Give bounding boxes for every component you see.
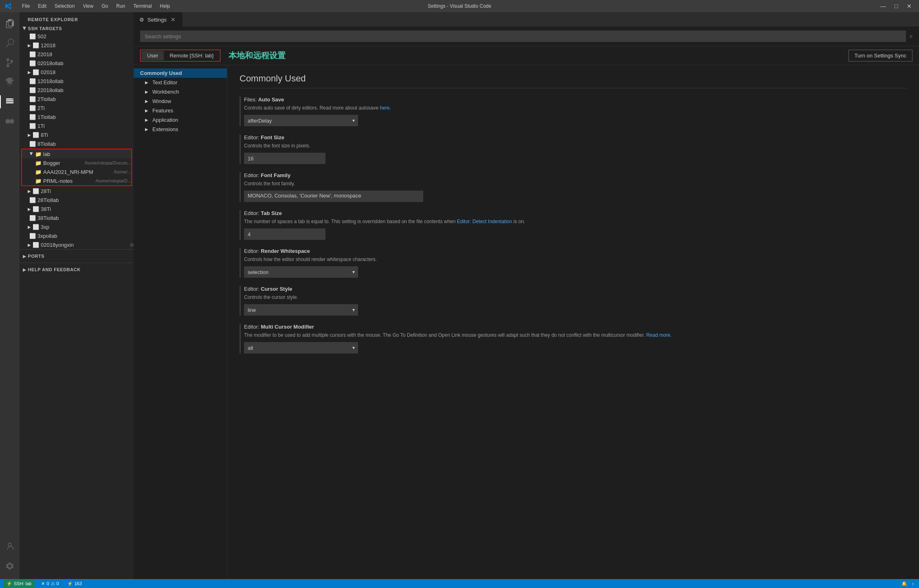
nav-features[interactable]: ▶ Features bbox=[134, 106, 227, 115]
nav-text-editor[interactable]: ▶ Text Editor bbox=[134, 78, 227, 87]
read-more-link[interactable]: Read more. bbox=[646, 332, 672, 338]
menu-help[interactable]: Help bbox=[157, 2, 174, 10]
tree-item-02018[interactable]: ▶ ⬜ 02018 bbox=[20, 68, 134, 77]
search-icon: ≡ bbox=[909, 33, 912, 39]
status-remote-port[interactable]: ⚡ 163 bbox=[66, 579, 84, 588]
tree-item-02018yongxin[interactable]: ▶ ⬜ 02018yongxin ⊞ bbox=[20, 240, 134, 249]
menu-view[interactable]: View bbox=[79, 2, 97, 10]
server-icon: ⬜ bbox=[29, 96, 36, 102]
tree-item-22018[interactable]: ⬜ 22018 bbox=[20, 50, 134, 59]
tree-item-1Ti[interactable]: ⬜ 1Ti bbox=[20, 121, 134, 130]
tree-item-1Tiollab[interactable]: ⬜ 1Tiollab bbox=[20, 112, 134, 121]
settings-tab-close[interactable]: ✕ bbox=[170, 16, 176, 23]
ssh-targets-header[interactable]: ▶ SSH TARGETS bbox=[20, 25, 134, 32]
nav-extensions[interactable]: ▶ Extensions bbox=[134, 125, 227, 134]
nav-application[interactable]: ▶ Application bbox=[134, 115, 227, 125]
folder-icon: 📁 bbox=[35, 178, 42, 184]
setting-desc-cursorstyle: Controls the cursor style. bbox=[244, 294, 907, 301]
expand-arrow-icon: ▶ bbox=[23, 268, 26, 272]
nav-arrow-icon: ▶ bbox=[145, 99, 150, 103]
menu-go[interactable]: Go bbox=[98, 2, 111, 10]
cursorstyle-select[interactable]: line block underline line-thin block-out… bbox=[244, 304, 358, 316]
menu-selection[interactable]: Selection bbox=[51, 2, 78, 10]
tree-item-2Tiollab[interactable]: ⬜ 2Tiollab bbox=[20, 94, 134, 103]
tree-item-8Ti[interactable]: ▶ ⬜ 8Ti bbox=[20, 130, 134, 139]
tabsize-input[interactable] bbox=[244, 228, 325, 240]
tree-item-lab[interactable]: ▶ 📁 lab bbox=[22, 149, 131, 158]
nav-workbench[interactable]: ▶ Workbench bbox=[134, 87, 227, 97]
tree-item-38Tiollab[interactable]: ⬜ 38Tiollab bbox=[20, 213, 134, 222]
settings-tab-remote[interactable]: Remote [SSH: lab] bbox=[164, 51, 219, 60]
tree-item-38Ti[interactable]: ▶ ⬜ 38Ti bbox=[20, 204, 134, 213]
server-icon: ⬜ bbox=[33, 206, 39, 212]
status-bar-right: 🔔 ↕ bbox=[900, 581, 916, 586]
tree-item-28Ti[interactable]: ▶ ⬜ 28Ti bbox=[20, 186, 134, 195]
setting-label-autosave: Files: Auto Save bbox=[244, 97, 907, 103]
tree-item-22018ollab[interactable]: ⬜ 22018ollab bbox=[20, 86, 134, 94]
renderwhitespace-select-wrapper: selection none boundary trailing all bbox=[244, 266, 358, 278]
status-sync[interactable]: ↕ bbox=[910, 581, 916, 586]
menu-terminal[interactable]: Terminal bbox=[130, 2, 155, 10]
activity-debug[interactable] bbox=[0, 72, 20, 92]
tree-item-12018[interactable]: ▶ ⬜ 12018 bbox=[20, 41, 134, 50]
titlebar-title: Settings - Visual Studio Code bbox=[428, 3, 491, 9]
activity-search[interactable] bbox=[0, 33, 20, 53]
tree-item-AAAI2021[interactable]: 📁 AAAI2021_NRI-MPM /home/... bbox=[22, 167, 131, 176]
server-active-icon: 📁 bbox=[35, 151, 42, 157]
close-button[interactable]: ✕ bbox=[904, 1, 914, 11]
setting-editor-fontsize: Editor: Font Size Controls the font size… bbox=[240, 134, 907, 164]
tree-item-8Tiollab[interactable]: ⬜ 8Tiollab bbox=[20, 139, 134, 148]
tree-item-Bogger[interactable]: 📁 Bogger /home/rotopia/Docum... bbox=[22, 158, 131, 167]
nav-arrow-icon: ▶ bbox=[145, 108, 150, 113]
status-errors[interactable]: ✕ 0 ⚠ 0 bbox=[40, 579, 60, 588]
setting-editor-renderwhitespace: Editor: Render Whitespace Controls how t… bbox=[240, 248, 907, 278]
server-icon: ⬜ bbox=[33, 188, 39, 194]
activity-source-control[interactable] bbox=[0, 53, 20, 72]
activity-remote-explorer[interactable] bbox=[0, 92, 20, 112]
help-header[interactable]: ▶ HELP AND FEEDBACK bbox=[20, 265, 134, 274]
server-icon: ⬜ bbox=[33, 69, 39, 75]
menu-run[interactable]: Run bbox=[113, 2, 128, 10]
settings-tab[interactable]: ⚙ Settings ✕ bbox=[134, 12, 182, 26]
activity-extensions[interactable] bbox=[0, 112, 20, 131]
multicursor-select[interactable]: alt ctrlCmd bbox=[244, 342, 358, 353]
tree-item-PRML-notes[interactable]: 📁 PRML-notes /home/rotopia/D... bbox=[22, 176, 131, 185]
settings-tab-user[interactable]: User bbox=[141, 51, 164, 60]
menu-file[interactable]: File bbox=[19, 2, 33, 10]
activity-settings[interactable] bbox=[0, 556, 20, 576]
setting-label-fontfamily: Editor: Font Family bbox=[244, 172, 907, 178]
svg-rect-2 bbox=[6, 102, 13, 103]
server-icon: ⬜ bbox=[29, 197, 36, 203]
server-icon: ⬜ bbox=[33, 241, 39, 248]
tree-item-502[interactable]: ⬜ 502 bbox=[20, 32, 134, 41]
tree-item-12018ollab[interactable]: ⬜ 12018ollab bbox=[20, 77, 134, 86]
tree-item-28Tiollab[interactable]: ⬜ 28Tiollab bbox=[20, 195, 134, 204]
expand-arrow-icon: ▶ bbox=[23, 254, 26, 259]
sync-button[interactable]: Turn on Settings Sync bbox=[849, 50, 912, 61]
renderwhitespace-select[interactable]: selection none boundary trailing all bbox=[244, 266, 358, 278]
minimize-button[interactable]: — bbox=[878, 1, 888, 11]
nav-commonly-used[interactable]: Commonly Used bbox=[134, 68, 227, 78]
autosave-select[interactable]: afterDelay off onFocusChange onWindowCha… bbox=[244, 115, 358, 126]
settings-search-input[interactable] bbox=[140, 31, 906, 42]
detect-indentation-link[interactable]: Editor: Detect Indentation bbox=[457, 219, 512, 224]
tree-item-02018ollab[interactable]: ⬜ 02018ollab bbox=[20, 59, 134, 68]
expand-arrow-icon: ▶ bbox=[26, 241, 33, 248]
error-icon: ✕ bbox=[41, 581, 45, 586]
tree-item-3xp[interactable]: ▶ ⬜ 3xp bbox=[20, 222, 134, 231]
activity-explorer[interactable] bbox=[0, 14, 20, 33]
tree-item-3xpollab[interactable]: ⬜ 3xpollab bbox=[20, 231, 134, 240]
titlebar: File Edit Selection View Go Run Terminal… bbox=[0, 0, 919, 12]
activity-account[interactable] bbox=[0, 537, 20, 556]
maximize-button[interactable]: □ bbox=[891, 1, 901, 11]
ports-header[interactable]: ▶ PORTS bbox=[20, 252, 134, 260]
menu-edit[interactable]: Edit bbox=[35, 2, 50, 10]
setting-editor-cursorstyle: Editor: Cursor Style Controls the cursor… bbox=[240, 286, 907, 316]
status-notifications[interactable]: 🔔 bbox=[900, 581, 909, 586]
sidebar-header: REMOTE EXPLORER bbox=[20, 12, 134, 25]
autosave-link[interactable]: here bbox=[380, 105, 390, 111]
status-ssh-item[interactable]: ⚡ SSH: lab bbox=[3, 579, 35, 588]
tree-item-2Ti[interactable]: ⬜ 2Ti bbox=[20, 103, 134, 112]
nav-window[interactable]: ▶ Window bbox=[134, 97, 227, 106]
fontsize-input[interactable] bbox=[244, 153, 325, 164]
